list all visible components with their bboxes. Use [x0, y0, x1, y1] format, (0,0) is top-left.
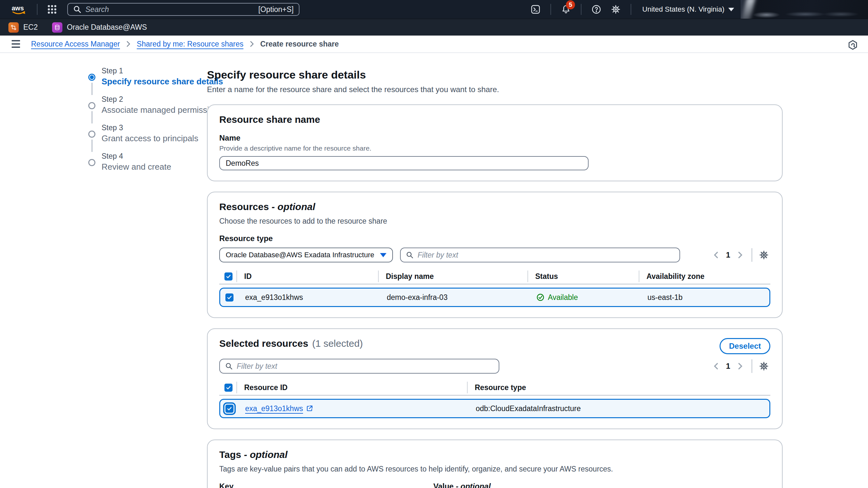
amazon-q-icon[interactable] [847, 39, 858, 51]
step-item-4[interactable]: Step 4 Review and create [88, 152, 223, 180]
aws-logo[interactable]: aws [7, 4, 32, 15]
table-header-row: Resource ID Resource type [219, 380, 770, 396]
panel-resource-share-name: Resource share name Name Provide a descr… [207, 104, 783, 181]
favorite-ec2[interactable]: EC2 [8, 22, 38, 33]
step-radio [88, 102, 95, 109]
resources-filter[interactable] [400, 248, 680, 262]
column-header-resource-id[interactable]: Resource ID [237, 382, 467, 393]
breadcrumb: Resource Access Manager Shared by me: Re… [31, 40, 339, 48]
page-title: Specify resource share details [207, 68, 783, 81]
account-menu-redacted[interactable] [741, 0, 868, 19]
chevron-right-icon [249, 41, 254, 47]
column-header-display-name[interactable]: Display name [378, 270, 527, 282]
tag-value-label-text: Value [433, 482, 454, 488]
page-prev-icon[interactable] [710, 361, 722, 372]
divider [551, 4, 551, 15]
search-icon [406, 251, 414, 259]
breadcrumb-bar: Resource Access Manager Shared by me: Re… [0, 36, 868, 53]
table-row[interactable]: exa_e913o1khws odb:CloudExadataInfrastru… [219, 399, 770, 418]
page-next-icon[interactable] [734, 361, 746, 372]
help-icon[interactable] [587, 2, 606, 17]
step-radio [88, 131, 95, 138]
panel-title-text: Tags [219, 449, 241, 460]
ec2-icon [8, 22, 19, 33]
table-preferences-gear-icon[interactable] [757, 360, 770, 372]
menu-hamburger-icon[interactable] [10, 38, 22, 50]
selected-count: (1 selected) [312, 338, 363, 349]
cloudshell-icon[interactable] [526, 2, 545, 17]
divider [631, 4, 631, 15]
resources-filter-input[interactable] [417, 251, 674, 260]
resources-table: ID Display name Status Availability zone… [219, 269, 770, 307]
column-header-id[interactable]: ID [237, 270, 378, 282]
region-selector[interactable]: United States (N. Virginia) [637, 5, 737, 13]
table-preferences-gear-icon[interactable] [757, 249, 770, 261]
step-title: Associate managed permissions [101, 105, 222, 115]
breadcrumb-current: Create resource share [260, 40, 339, 48]
step-item-1[interactable]: Step 1 Specify resource share details [88, 67, 223, 95]
chevron-down-icon [380, 253, 386, 257]
apps-grid-icon[interactable] [43, 2, 61, 17]
search-input[interactable] [85, 5, 254, 14]
global-search[interactable]: [Option+S] [67, 3, 300, 16]
status-success-icon [536, 293, 545, 301]
name-field-description: Provide a descriptive name for the resou… [219, 144, 770, 152]
select-all-checkbox[interactable] [224, 384, 232, 392]
selected-filter-input[interactable] [237, 362, 494, 371]
cell-resource-type: odb:CloudExadataInfrastructure [468, 404, 769, 413]
top-nav-bar: aws [Option+S] [0, 0, 868, 19]
selected-pagination: 1 [710, 359, 770, 373]
panel-tags: Tags - optional Tags are key-value pairs… [207, 440, 783, 488]
cell-display-name: demo-exa-infra-03 [379, 293, 528, 302]
page-prev-icon[interactable] [710, 250, 722, 260]
step-item-3[interactable]: Step 3 Grant access to principals [88, 124, 223, 152]
status-text: Available [548, 293, 578, 302]
favorite-label: Oracle Database@AWS [67, 23, 147, 32]
breadcrumb-link-shared-by-me[interactable]: Shared by me: Resource shares [137, 40, 244, 48]
selected-resources-table: Resource ID Resource type exa_e913o1khws [219, 380, 770, 418]
row-checkbox[interactable] [225, 404, 234, 413]
panel-title: Resource share name [219, 114, 770, 125]
settings-gear-icon[interactable] [606, 2, 625, 17]
panel-title: Tags - optional [219, 449, 770, 460]
breadcrumb-link-ram[interactable]: Resource Access Manager [31, 40, 120, 48]
row-checkbox[interactable] [225, 293, 234, 301]
wizard-steps-nav: Step 1 Specify resource share details St… [88, 67, 223, 180]
step-title: Specify resource share details [101, 76, 223, 87]
resource-type-label: Resource type [219, 234, 770, 243]
page-number[interactable]: 1 [726, 362, 730, 371]
column-header-resource-type[interactable]: Resource type [467, 382, 770, 393]
column-header-status[interactable]: Status [527, 270, 639, 282]
panel-title: Selected resources [219, 338, 308, 349]
resources-pagination: 1 [710, 248, 770, 262]
resource-share-name-input[interactable] [219, 156, 589, 170]
select-all-checkbox[interactable] [224, 272, 232, 281]
panel-title-text: Resources [219, 201, 269, 212]
main-content: Specify resource share details Enter a n… [207, 68, 783, 488]
step-title: Grant access to principals [101, 133, 198, 143]
favorite-oracle-database[interactable]: Oracle Database@AWS [52, 22, 147, 33]
cell-status: Available [528, 293, 640, 302]
step-item-2[interactable]: Step 2 Associate managed permissions [88, 95, 223, 124]
selected-filter[interactable] [219, 359, 499, 373]
resource-id-link[interactable]: exa_e913o1khws [245, 404, 313, 413]
cell-id: exa_e913o1khws [237, 293, 379, 302]
step-number: Step 4 [101, 152, 171, 161]
table-row[interactable]: exa_e913o1khws demo-exa-infra-03 Availab… [219, 288, 770, 307]
column-header-availability-zone[interactable]: Availability zone [639, 270, 770, 282]
topbar-right-cluster: 5 United States (N. Virginia) [526, 2, 737, 17]
page-next-icon[interactable] [734, 250, 746, 260]
divider [751, 359, 752, 373]
notifications-bell-icon[interactable]: 5 [556, 2, 576, 17]
deselect-button[interactable]: Deselect [719, 338, 770, 354]
external-link-icon [306, 404, 313, 412]
search-icon [225, 362, 233, 370]
panel-title-optional: - optional [272, 201, 315, 212]
cell-availability-zone: us-east-1b [640, 293, 769, 302]
page-subtitle: Enter a name for the resource share and … [207, 85, 783, 94]
page-number[interactable]: 1 [726, 251, 730, 260]
favorites-bar: EC2 Oracle Database@AWS [0, 19, 868, 36]
resource-type-select[interactable]: Oracle Database@AWS Exadata Infrastructu… [219, 248, 393, 262]
name-field-label: Name [219, 133, 770, 142]
oracle-database-icon [52, 22, 62, 33]
